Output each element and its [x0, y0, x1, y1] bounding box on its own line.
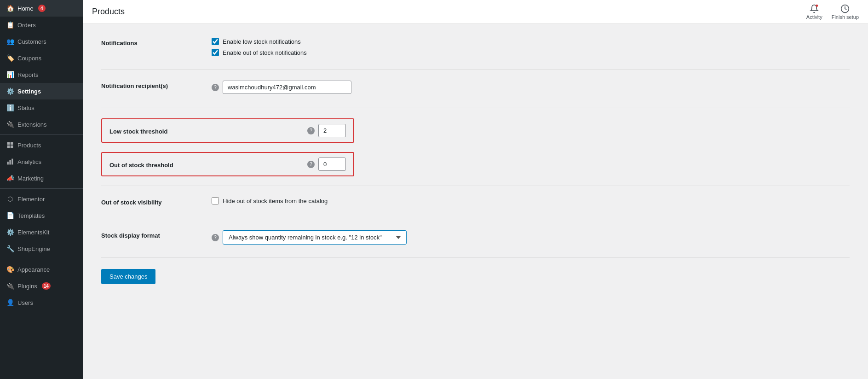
sidebar-item-analytics[interactable]: Analytics: [0, 153, 83, 170]
marketing-icon: 📣: [6, 175, 14, 182]
notification-recipient-row: Notification recipient(s) ?: [101, 81, 850, 94]
sidebar-item-extensions[interactable]: 🔌 Extensions: [0, 116, 83, 133]
status-icon: ℹ️: [6, 104, 14, 111]
svg-rect-4: [7, 162, 9, 164]
sidebar-item-label: Coupons: [17, 55, 41, 62]
orders-icon: 📋: [6, 21, 14, 29]
home-icon: 🏠: [6, 5, 14, 12]
out-of-stock-visibility-row: Out of stock visibility Hide out of stoc…: [101, 197, 850, 206]
main-wrapper: Products Activity Finish setup: [83, 0, 868, 379]
out-of-stock-threshold-row: Out of stock threshold ?: [101, 152, 354, 176]
svg-rect-0: [7, 142, 10, 145]
sidebar-item-label: Analytics: [17, 158, 41, 165]
templates-icon: 📄: [6, 212, 14, 219]
analytics-icon: [6, 158, 14, 165]
notification-recipient-input[interactable]: [223, 81, 351, 94]
sidebar-item-label: Products: [17, 142, 41, 149]
sidebar-item-orders[interactable]: 📋 Orders: [0, 17, 83, 33]
activity-icon: [810, 4, 819, 13]
svg-rect-3: [11, 146, 13, 148]
hide-out-of-stock-row: Hide out of stock items from the catalog: [212, 197, 850, 204]
svg-rect-2: [7, 146, 10, 148]
sidebar-item-status[interactable]: ℹ️ Status: [0, 99, 83, 116]
out-of-stock-visibility-label: Out of stock visibility: [101, 197, 202, 206]
notifications-row: Notifications Enable low stock notificat…: [101, 38, 850, 56]
low-stock-notification-checkbox[interactable]: [212, 38, 219, 45]
sidebar-item-reports[interactable]: 📊 Reports: [0, 66, 83, 83]
settings-content: Notifications Enable low stock notificat…: [83, 24, 868, 379]
sidebar-item-label: Orders: [17, 22, 36, 29]
sidebar-item-coupons[interactable]: 🏷️ Coupons: [0, 50, 83, 66]
home-badge: 4: [38, 5, 46, 12]
svg-rect-1: [11, 142, 13, 145]
hide-out-of-stock-checkbox[interactable]: [212, 197, 219, 204]
sidebar-item-home[interactable]: 🏠 Home 4: [0, 0, 83, 17]
notification-recipient-help-icon[interactable]: ?: [212, 84, 219, 91]
out-of-stock-visibility-control: Hide out of stock items from the catalog: [212, 197, 850, 204]
stock-display-format-help-icon[interactable]: ?: [212, 234, 219, 241]
sidebar-item-elementskit[interactable]: ⚙️ ElementsKit: [0, 224, 83, 240]
sidebar-item-appearance[interactable]: 🎨 Appearance: [0, 261, 83, 278]
finish-setup-label: Finish setup: [832, 14, 859, 20]
sidebar-item-label: Reports: [17, 71, 39, 78]
sidebar: 🏠 Home 4 📋 Orders 👥 Customers 🏷️ Coupons…: [0, 0, 83, 379]
sidebar-item-elementor[interactable]: ⬡ Elementor: [0, 191, 83, 207]
notifications-control: Enable low stock notifications Enable ou…: [212, 38, 850, 56]
sidebar-item-products[interactable]: Products: [0, 137, 83, 153]
shopengine-icon: 🔧: [6, 245, 14, 252]
separator-5: [101, 257, 850, 258]
low-stock-notification-label: Enable low stock notifications: [223, 38, 301, 45]
plugins-badge: 14: [42, 282, 51, 290]
stock-display-format-row: Stock display format ? Always show quant…: [101, 230, 850, 245]
finish-setup-button[interactable]: Finish setup: [832, 4, 859, 20]
low-stock-threshold-input[interactable]: [318, 124, 346, 137]
sidebar-item-label: ShopEngine: [17, 245, 50, 252]
sidebar-item-label: Appearance: [17, 266, 50, 273]
sidebar-item-plugins[interactable]: 🔌 Plugins 14: [0, 278, 83, 294]
sidebar-item-label: ElementsKit: [17, 229, 49, 236]
sidebar-item-label: Customers: [17, 38, 46, 45]
users-icon: 👤: [6, 299, 14, 306]
stock-display-format-select[interactable]: Always show quantity remaining in stock …: [223, 230, 407, 245]
svg-rect-5: [9, 160, 11, 165]
sidebar-item-label: Marketing: [17, 175, 44, 182]
topbar: Products Activity Finish setup: [83, 0, 868, 24]
sidebar-item-users[interactable]: 👤 Users: [0, 294, 83, 311]
out-of-stock-notification-label: Enable out of stock notifications: [223, 49, 307, 56]
low-stock-threshold-help-icon[interactable]: ?: [307, 127, 315, 134]
page-title: Products: [92, 7, 125, 17]
separator-1: [101, 69, 850, 70]
sidebar-item-label: Settings: [17, 88, 41, 95]
sidebar-item-shopengine[interactable]: 🔧 ShopEngine: [0, 240, 83, 257]
out-of-stock-threshold-input[interactable]: [318, 157, 346, 171]
notification-recipient-label: Notification recipient(s): [101, 81, 202, 89]
topbar-actions: Activity Finish setup: [806, 4, 859, 20]
out-of-stock-notification-row: Enable out of stock notifications: [212, 49, 850, 56]
activity-label: Activity: [806, 14, 822, 20]
finish-setup-icon: [840, 4, 850, 13]
sidebar-item-label: Elementor: [17, 196, 45, 203]
low-stock-notification-row: Enable low stock notifications: [212, 38, 850, 45]
reports-icon: 📊: [6, 71, 14, 78]
stock-display-format-control: ? Always show quantity remaining in stoc…: [212, 230, 850, 245]
sidebar-item-marketing[interactable]: 📣 Marketing: [0, 170, 83, 187]
settings-icon: ⚙️: [6, 87, 14, 95]
low-stock-threshold-label: Low stock threshold: [109, 126, 304, 135]
customers-icon: 👥: [6, 38, 14, 45]
sidebar-item-customers[interactable]: 👥 Customers: [0, 33, 83, 50]
plugins-icon: 🔌: [6, 282, 14, 290]
out-of-stock-threshold-label: Out of stock threshold: [109, 160, 304, 169]
sidebar-item-templates[interactable]: 📄 Templates: [0, 207, 83, 224]
low-stock-threshold-row: Low stock threshold ?: [101, 118, 354, 143]
svg-rect-6: [11, 159, 13, 165]
stock-display-format-label: Stock display format: [101, 230, 202, 239]
sidebar-item-label: Status: [17, 105, 34, 111]
extensions-icon: 🔌: [6, 121, 14, 128]
sidebar-item-settings[interactable]: ⚙️ Settings: [0, 83, 83, 99]
out-of-stock-notification-checkbox[interactable]: [212, 49, 219, 56]
sidebar-item-label: Home: [17, 5, 34, 12]
notification-recipient-control: ?: [212, 81, 850, 94]
activity-button[interactable]: Activity: [806, 4, 822, 20]
save-changes-button[interactable]: Save changes: [101, 269, 155, 284]
out-of-stock-threshold-help-icon[interactable]: ?: [307, 161, 315, 168]
